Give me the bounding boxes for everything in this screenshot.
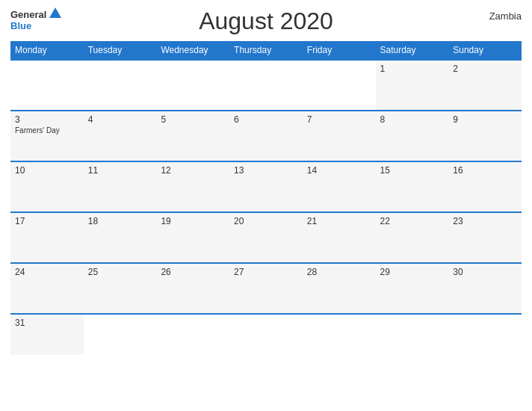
logo-general-text: General bbox=[10, 9, 46, 20]
day-number: 24 bbox=[15, 267, 79, 277]
calendar-container: General Blue August 2020 Zambia MondayTu… bbox=[0, 0, 532, 411]
day-number: 14 bbox=[307, 165, 371, 176]
day-number: 18 bbox=[88, 216, 152, 226]
calendar-cell bbox=[84, 314, 157, 355]
calendar-cell: 2 bbox=[448, 60, 522, 111]
day-number: 29 bbox=[380, 267, 445, 277]
calendar-cell: 3Farmers' Day bbox=[10, 111, 84, 161]
weekday-header-row: MondayTuesdayWednesdayThursdayFridaySatu… bbox=[10, 41, 522, 60]
calendar-cell: 7 bbox=[303, 111, 376, 161]
calendar-cell bbox=[229, 60, 303, 111]
calendar-cell: 25 bbox=[84, 263, 157, 314]
day-number: 4 bbox=[88, 114, 152, 125]
country-label: Zambia bbox=[489, 10, 522, 22]
calendar-cell bbox=[303, 60, 376, 111]
calendar-cell bbox=[229, 314, 303, 355]
week-row: 31 bbox=[10, 314, 522, 355]
calendar-cell: 23 bbox=[448, 212, 522, 263]
calendar-cell: 31 bbox=[10, 314, 84, 355]
day-number: 23 bbox=[453, 216, 517, 226]
week-row: 17181920212223 bbox=[10, 212, 522, 263]
day-number: 6 bbox=[234, 114, 298, 125]
weekday-header-friday: Friday bbox=[303, 41, 376, 60]
calendar-cell: 14 bbox=[303, 161, 376, 212]
day-number: 15 bbox=[380, 165, 445, 176]
calendar-header: General Blue August 2020 Zambia bbox=[10, 7, 522, 35]
weekday-header-wednesday: Wednesday bbox=[156, 41, 229, 60]
calendar-cell bbox=[303, 314, 376, 355]
calendar-cell: 13 bbox=[229, 161, 303, 212]
day-number: 16 bbox=[453, 165, 517, 176]
calendar-cell bbox=[84, 60, 157, 111]
calendar-cell: 1 bbox=[376, 60, 449, 111]
day-number: 22 bbox=[380, 216, 445, 226]
day-number: 7 bbox=[307, 114, 371, 125]
calendar-cell: 8 bbox=[376, 111, 449, 161]
day-number: 2 bbox=[453, 64, 517, 74]
calendar-cell: 20 bbox=[229, 212, 303, 263]
day-number: 31 bbox=[15, 318, 79, 328]
calendar-cell: 10 bbox=[10, 161, 84, 212]
day-number: 27 bbox=[234, 267, 298, 277]
day-number: 1 bbox=[380, 64, 445, 74]
day-number: 3 bbox=[15, 114, 79, 125]
day-number: 11 bbox=[88, 165, 152, 176]
page-title: August 2020 bbox=[199, 7, 333, 35]
calendar-cell: 5 bbox=[156, 111, 229, 161]
weekday-header-thursday: Thursday bbox=[229, 41, 303, 60]
logo-blue-text: Blue bbox=[10, 21, 31, 31]
calendar-cell: 27 bbox=[229, 263, 303, 314]
calendar-cell: 17 bbox=[10, 212, 84, 263]
day-number: 10 bbox=[15, 165, 79, 176]
calendar-cell: 28 bbox=[303, 263, 376, 314]
calendar-cell: 18 bbox=[84, 212, 157, 263]
weekday-header-monday: Monday bbox=[10, 41, 84, 60]
calendar-cell: 24 bbox=[10, 263, 84, 314]
day-number: 8 bbox=[380, 114, 445, 125]
calendar-cell: 9 bbox=[448, 111, 522, 161]
week-row: 10111213141516 bbox=[10, 161, 522, 212]
calendar-cell bbox=[376, 314, 449, 355]
calendar-cell: 30 bbox=[448, 263, 522, 314]
day-number: 26 bbox=[161, 267, 225, 277]
day-number: 20 bbox=[234, 216, 298, 226]
logo: General Blue bbox=[10, 7, 46, 31]
calendar-cell bbox=[448, 314, 522, 355]
calendar-cell: 19 bbox=[156, 212, 229, 263]
calendar-cell: 11 bbox=[84, 161, 157, 212]
calendar-cell: 6 bbox=[229, 111, 303, 161]
calendar-cell bbox=[156, 314, 229, 355]
calendar-cell: 22 bbox=[376, 212, 449, 263]
day-number: 5 bbox=[161, 114, 225, 125]
day-number: 17 bbox=[15, 216, 79, 226]
week-row: 24252627282930 bbox=[10, 263, 522, 314]
day-number: 21 bbox=[307, 216, 371, 226]
calendar-grid: MondayTuesdayWednesdayThursdayFridaySatu… bbox=[10, 41, 522, 355]
weekday-header-sunday: Sunday bbox=[448, 41, 522, 60]
day-number: 28 bbox=[307, 267, 371, 277]
calendar-cell: 12 bbox=[156, 161, 229, 212]
day-number: 9 bbox=[453, 114, 517, 125]
calendar-cell: 15 bbox=[376, 161, 449, 212]
day-number: 13 bbox=[234, 165, 298, 176]
calendar-cell: 16 bbox=[448, 161, 522, 212]
calendar-cell: 21 bbox=[303, 212, 376, 263]
calendar-cell: 29 bbox=[376, 263, 449, 314]
calendar-cell bbox=[10, 60, 84, 111]
week-row: 3Farmers' Day456789 bbox=[10, 111, 522, 161]
calendar-cell bbox=[156, 60, 229, 111]
holiday-label: Farmers' Day bbox=[15, 126, 79, 135]
calendar-cell: 4 bbox=[84, 111, 157, 161]
week-row: 12 bbox=[10, 60, 522, 111]
day-number: 25 bbox=[88, 267, 152, 277]
day-number: 30 bbox=[453, 267, 517, 277]
calendar-cell: 26 bbox=[156, 263, 229, 314]
weekday-header-tuesday: Tuesday bbox=[84, 41, 157, 60]
logo-triangle-icon bbox=[49, 7, 61, 18]
day-number: 12 bbox=[161, 165, 225, 176]
weekday-header-saturday: Saturday bbox=[376, 41, 449, 60]
day-number: 19 bbox=[161, 216, 225, 226]
